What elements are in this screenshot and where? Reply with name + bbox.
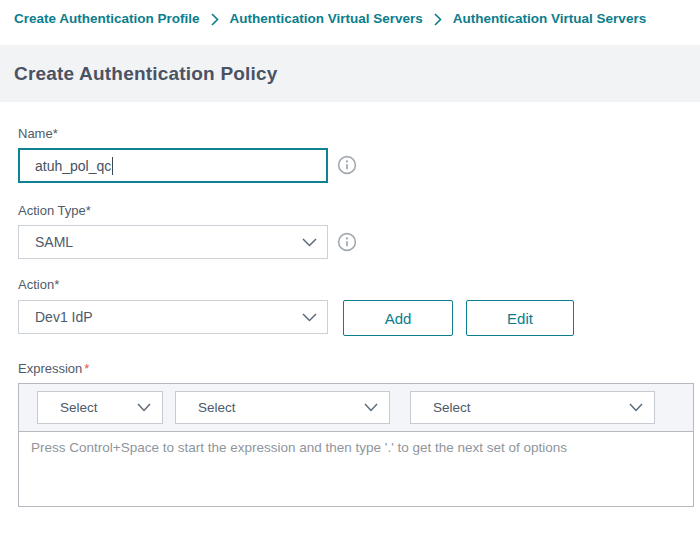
expression-label: Expression* bbox=[18, 361, 89, 376]
expression-select-1-value: Select bbox=[38, 400, 98, 415]
required-asterisk: * bbox=[84, 361, 89, 376]
titlebar: Create Authentication Policy bbox=[0, 45, 700, 102]
action-type-select[interactable]: SAML bbox=[18, 225, 328, 259]
expression-input[interactable] bbox=[18, 431, 694, 507]
expression-select-3[interactable]: Select bbox=[410, 391, 655, 424]
add-button[interactable]: Add bbox=[343, 300, 453, 336]
action-type-label: Action Type* bbox=[18, 203, 91, 218]
action-select[interactable]: Dev1 IdP bbox=[18, 300, 328, 334]
text-caret bbox=[112, 157, 113, 175]
chevron-right-icon bbox=[434, 13, 442, 26]
chevron-right-icon bbox=[211, 13, 219, 26]
expression-label-text: Expression bbox=[18, 361, 82, 376]
chevron-down-icon bbox=[302, 238, 327, 247]
info-icon[interactable] bbox=[337, 155, 357, 175]
expression-builder-bar: Select Select Select bbox=[18, 383, 694, 432]
expression-select-2[interactable]: Select bbox=[175, 391, 390, 424]
chevron-down-icon bbox=[629, 403, 654, 412]
breadcrumb: Create Authentication Profile Authentica… bbox=[14, 11, 700, 26]
name-input-value: atuh_pol_qc bbox=[35, 158, 111, 174]
expression-select-3-value: Select bbox=[411, 400, 471, 415]
page-title: Create Authentication Policy bbox=[14, 63, 278, 85]
chevron-down-icon bbox=[302, 313, 327, 322]
breadcrumb-authentication-virtual-servers[interactable]: Authentication Virtual Servers bbox=[230, 11, 423, 26]
chevron-down-icon bbox=[137, 403, 162, 412]
action-label: Action* bbox=[18, 277, 59, 292]
action-type-selected-value: SAML bbox=[19, 234, 73, 250]
breadcrumb-authentication-virtual-servers-2[interactable]: Authentication Virtual Servers bbox=[453, 11, 646, 26]
breadcrumb-create-authentication-profile[interactable]: Create Authentication Profile bbox=[14, 11, 200, 26]
action-selected-value: Dev1 IdP bbox=[19, 309, 93, 325]
chevron-down-icon bbox=[364, 403, 389, 412]
expression-select-2-value: Select bbox=[176, 400, 236, 415]
info-icon[interactable] bbox=[337, 232, 357, 252]
edit-button[interactable]: Edit bbox=[466, 300, 574, 336]
name-input[interactable]: atuh_pol_qc bbox=[18, 148, 328, 183]
name-label: Name* bbox=[18, 126, 58, 141]
expression-select-1[interactable]: Select bbox=[37, 391, 163, 424]
